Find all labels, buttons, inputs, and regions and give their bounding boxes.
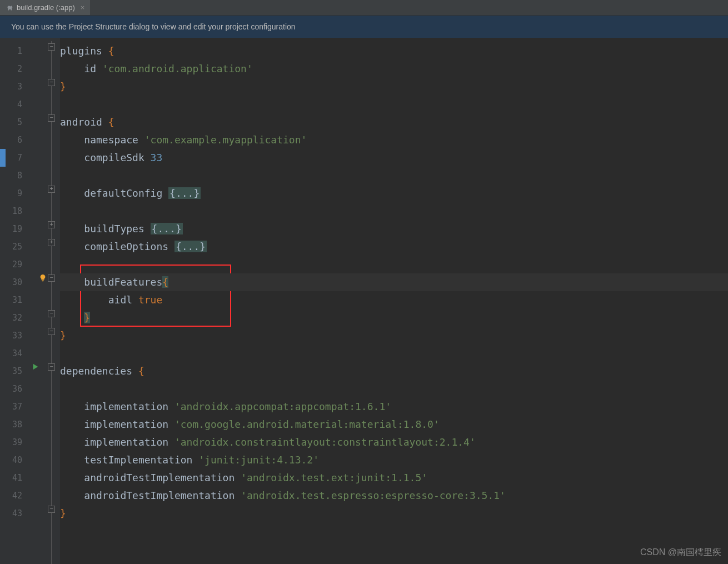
line-number: 9 [0, 184, 22, 202]
line-number: 1 [0, 42, 22, 60]
code-line[interactable]: buildFeatures{ [60, 273, 728, 291]
fold-toggle[interactable] [48, 43, 55, 51]
line-number: 4 [0, 96, 22, 113]
line-number: 32 [0, 309, 22, 327]
line-number: 43 [0, 505, 22, 522]
run-icon[interactable] [31, 363, 39, 371]
gutter: 1234567891819252930313233343536373839404… [0, 38, 29, 564]
code-line[interactable]: } [60, 78, 728, 96]
fold-toggle[interactable] [48, 310, 55, 317]
code-line[interactable]: defaultConfig {...} [60, 184, 728, 202]
code-line[interactable]: implementation 'com.google.android.mater… [60, 416, 728, 433]
code-line[interactable]: } [60, 327, 728, 345]
close-icon[interactable]: × [81, 3, 85, 12]
code-line[interactable] [60, 96, 728, 113]
line-number: 5 [0, 113, 22, 131]
code-line[interactable]: compileOptions {...} [60, 238, 728, 256]
fold-toggle[interactable] [48, 79, 55, 86]
line-number: 2 [0, 60, 22, 78]
file-tab[interactable]: build.gradle (:app) × [0, 0, 90, 15]
code-line[interactable]: plugins { [60, 42, 728, 60]
line-number: 39 [0, 433, 22, 451]
line-number: 38 [0, 416, 22, 433]
line-number: 29 [0, 256, 22, 273]
line-number: 37 [0, 398, 22, 416]
line-number: 3 [0, 78, 22, 96]
code-line[interactable]: implementation 'androidx.constraintlayou… [60, 433, 728, 451]
banner-text: You can use the Project Structure dialog… [11, 22, 296, 31]
line-number: 40 [0, 451, 22, 469]
watermark: CSDN @南国樗里疾 [640, 547, 721, 558]
code-line[interactable]: namespace 'com.example.myapplication' [60, 131, 728, 149]
fold-toggle[interactable] [48, 363, 55, 371]
line-number: 33 [0, 327, 22, 345]
tab-bar: build.gradle (:app) × [0, 0, 728, 16]
code-line[interactable] [60, 202, 728, 220]
editor: 1234567891819252930313233343536373839404… [0, 38, 728, 564]
code-line[interactable]: id 'com.android.application' [60, 60, 728, 78]
line-number: 6 [0, 131, 22, 149]
code-line[interactable]: testImplementation 'junit:junit:4.13.2' [60, 451, 728, 469]
line-number: 25 [0, 238, 22, 256]
code-line[interactable]: compileSdk 33 [60, 149, 728, 167]
code-line[interactable] [60, 345, 728, 362]
line-number: 36 [0, 380, 22, 398]
info-banner[interactable]: You can use the Project Structure dialog… [0, 16, 728, 38]
line-number: 41 [0, 469, 22, 487]
code-line[interactable]: android { [60, 113, 728, 131]
code-line[interactable] [60, 167, 728, 184]
fold-toggle[interactable] [48, 274, 55, 282]
line-marker [0, 149, 6, 167]
fold-toggle[interactable] [48, 114, 55, 122]
line-number: 34 [0, 345, 22, 362]
line-number: 42 [0, 487, 22, 505]
code-line[interactable] [60, 256, 728, 273]
code-line[interactable] [60, 380, 728, 398]
gutter-extras [29, 38, 60, 564]
fold-toggle[interactable] [48, 186, 55, 193]
line-number: 35 [0, 362, 22, 380]
fold-toggle[interactable] [48, 239, 55, 246]
line-number: 8 [0, 167, 22, 184]
code-line[interactable]: androidTestImplementation 'androidx.test… [60, 487, 728, 505]
fold-toggle[interactable] [48, 506, 55, 513]
code-line[interactable]: buildTypes {...} [60, 220, 728, 238]
code-line[interactable]: androidTestImplementation 'androidx.test… [60, 469, 728, 487]
line-number: 19 [0, 220, 22, 238]
fold-toggle[interactable] [48, 221, 55, 228]
lightbulb-icon[interactable] [39, 274, 47, 282]
line-number: 18 [0, 202, 22, 220]
line-number: 31 [0, 291, 22, 309]
code-line[interactable]: aidl true [60, 291, 728, 309]
code-line[interactable]: dependencies { [60, 362, 728, 380]
code-line[interactable]: } [60, 505, 728, 522]
code-line[interactable]: } [60, 309, 728, 327]
fold-toggle[interactable] [48, 328, 55, 335]
tab-label: build.gradle (:app) [17, 3, 75, 12]
line-number: 30 [0, 273, 22, 291]
code-area[interactable]: plugins { id 'com.android.application' }… [60, 38, 728, 564]
gradle-icon [6, 4, 13, 12]
code-line[interactable]: implementation 'androidx.appcompat:appco… [60, 398, 728, 416]
